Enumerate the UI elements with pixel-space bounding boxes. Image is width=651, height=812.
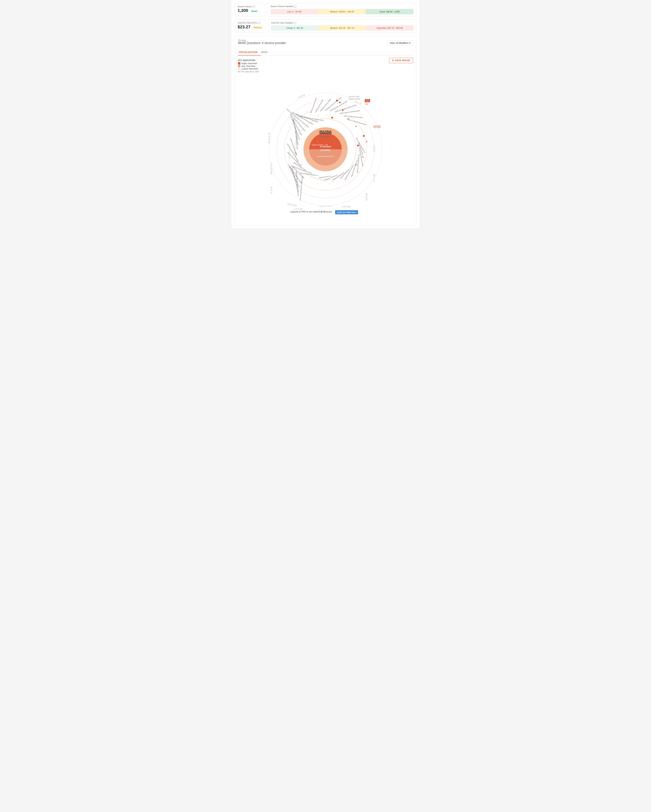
search-volume-badge: Good — [250, 10, 258, 12]
dot-17 — [317, 115, 319, 117]
dot-15 — [301, 130, 303, 131]
ki-avg-label: Avg. Searched — [241, 65, 255, 67]
ki-lowest-searched: Lowest Searched — [238, 67, 259, 70]
save-image-button[interactable]: ⬇ SAVE IMAGE — [389, 58, 413, 63]
chevron-down-icon: ▾ — [410, 42, 411, 44]
dot-5 — [366, 141, 367, 142]
search-volume-number: 1,300 — [238, 8, 248, 13]
kw-8: what is cloud service provider — [344, 115, 363, 119]
cpc-center-label: Cost Per Click: $23.27 — [317, 156, 334, 157]
count-label: Questions — [321, 135, 330, 137]
search-volume-info-icon[interactable]: i — [253, 5, 255, 8]
cpc-variation-label: Cost Per Click Variation i — [271, 21, 413, 24]
showing-title: 86/86 Questions: it service provider — [238, 41, 286, 45]
center-half-overlay — [304, 149, 347, 171]
search-volume-label: Search Volume i — [238, 5, 263, 8]
modifier-when-2: WHEN — [287, 203, 297, 207]
cpc-number: $23.27 — [238, 24, 251, 29]
search-volume-card: Search Volume i 1,300 Good — [235, 3, 265, 17]
sv-variation-card: Search Volume Variation i Low: 0 - 197.8… — [268, 3, 416, 17]
upgrade-bottom-1: Upgrade to Unlock — [319, 205, 332, 207]
metrics-row: Search Volume i 1,300 Good Search Volume… — [235, 3, 416, 17]
view-modifier-label: View: All Modifiers — [390, 42, 408, 44]
dot-26 — [301, 149, 303, 150]
modifier-who: WHO — [365, 193, 368, 201]
section-header: Showing 86/86 Questions: it service prov… — [238, 39, 413, 47]
ki-low-dot — [238, 67, 240, 70]
ki-note: All CPC data are in USD — [238, 71, 259, 73]
search-volume-value: 1,300 Good — [238, 8, 263, 13]
dot-23 — [329, 183, 330, 184]
col-label-sv: Search Volume — [348, 98, 360, 100]
ki-avg-dot — [238, 65, 240, 67]
upgrade-pro-text: Upgrade to PRO to see data on all keywor… — [290, 211, 332, 213]
sv-low-segment: Low: 0 - 197.82 — [270, 9, 318, 14]
dot-27 — [306, 131, 307, 133]
tab-data[interactable]: DATA — [261, 49, 271, 55]
dot-19 — [355, 125, 357, 127]
kw-9: what is a cloud service provider — [347, 118, 367, 125]
download-icon: ⬇ — [392, 59, 394, 62]
count-display: 86/86 — [319, 130, 332, 135]
dot-24 — [310, 177, 311, 179]
ki-highly-searched: Highly Searched — [238, 62, 259, 64]
cpc-cheap-segment: Cheap: 0 - $12.32 — [271, 25, 318, 31]
cpc-variation-card: Cost Per Click Variation i Cheap: 0 - $1… — [268, 20, 416, 33]
sv-good-segment: Good: 446.09 - 2,400 — [366, 9, 413, 14]
kw-can-6: can service providers see deleted texts — [299, 176, 303, 201]
key-indicators: KEY INDICATORS Highly Searched Avg. Sear… — [238, 60, 259, 73]
upgrade-left-1: Upgrade to Unlock — [289, 147, 290, 159]
sv-variation-label: Search Volume Variation i — [270, 5, 413, 8]
dot-2 — [339, 102, 341, 103]
sv-variation-info-icon[interactable]: i — [294, 5, 296, 8]
upgrade-right-1: Upgrade to Unlock — [390, 147, 391, 160]
showing-count: 86/86 Questions: — [238, 41, 261, 44]
cpc-label: Cost Per Click (CPC) i — [238, 21, 263, 24]
cpc-info-icon[interactable]: i — [258, 21, 261, 24]
ki-lowest-label: Lowest Searched — [241, 67, 258, 70]
ki-avg-searched: Avg. Searched — [238, 65, 259, 67]
radial-svg: HOW WHY ARE WILL WHO WHAT WHEN WHAT WHEN… — [260, 80, 391, 218]
ki-title: KEY INDICATORS — [238, 60, 259, 61]
cpc-expensive-segment: Expensive: $27.73 – $42.08 — [366, 25, 413, 31]
center-keyword-2: provider — [321, 148, 330, 151]
view-modifier-button[interactable]: View: All Modifiers ▾ — [387, 41, 413, 46]
value-3: 10 — [374, 126, 376, 128]
main-section: Showing 86/86 Questions: it service prov… — [235, 36, 416, 225]
ki-highly-label: Highly Searched — [241, 62, 257, 64]
radial-visualization: HOW WHY ARE WILL WHO WHAT WHEN WHAT WHEN… — [238, 76, 413, 222]
modifier-can: CAN — [270, 186, 273, 193]
cpc-variation-bar: Cheap: 0 - $12.32 Medium: $12.33 – $27.7… — [271, 25, 413, 31]
page-wrapper: Search Volume i 1,300 Good Search Volume… — [232, 0, 419, 228]
cpc-card: Cost Per Click (CPC) i $23.27 Medium — [235, 20, 266, 33]
cpc-medium-segment: Medium: $12.33 – $27.72 — [318, 25, 366, 31]
modifier-how: HOW — [298, 93, 306, 99]
dot-10 — [317, 183, 318, 184]
sv-center-label: Search Volume: 1.3K — [312, 144, 328, 146]
dot-4 — [363, 135, 365, 137]
save-image-label: SAVE IMAGE — [395, 59, 410, 62]
modifier-what-1: WHAT — [341, 205, 350, 208]
tabs: VISUALIZATION DATA — [238, 49, 413, 55]
dot-29 — [331, 117, 333, 119]
modifier-where: WHERE — [270, 162, 273, 174]
col-label-cpc: Cost Per Click — [348, 96, 359, 98]
showing-info: Showing 86/86 Questions: it service prov… — [238, 39, 286, 47]
viz-toolbar: KEY INDICATORS Highly Searched Avg. Sear… — [238, 58, 413, 75]
showing-label: Showing — [238, 39, 286, 41]
value-1: 38.6 — [366, 100, 369, 102]
ki-high-dot — [238, 62, 240, 64]
cpc-value-row: $23.27 Medium — [238, 24, 263, 29]
modifier-what-2: WHAT — [293, 208, 303, 211]
sv-medium-segment: Medium: 198.82 – 445.09 — [318, 9, 366, 14]
tab-visualization[interactable]: VISUALIZATION — [238, 49, 261, 55]
cpc-metrics-row: Cost Per Click (CPC) i $23.27 Medium Cos… — [235, 20, 416, 33]
cpc-variation-info-icon[interactable]: i — [294, 21, 296, 24]
showing-keyword: it service provider — [262, 41, 286, 44]
sv-variation-bar: Low: 0 - 197.82 Medium: 198.82 – 445.09 … — [270, 9, 413, 14]
cpc-badge: Medium — [252, 26, 263, 29]
trial-btn-label: START MY FREE TRIAL — [337, 212, 356, 214]
value-2: 20 — [366, 103, 368, 105]
modifier-will: WILL — [373, 174, 376, 183]
value-4: 15 — [378, 126, 380, 128]
